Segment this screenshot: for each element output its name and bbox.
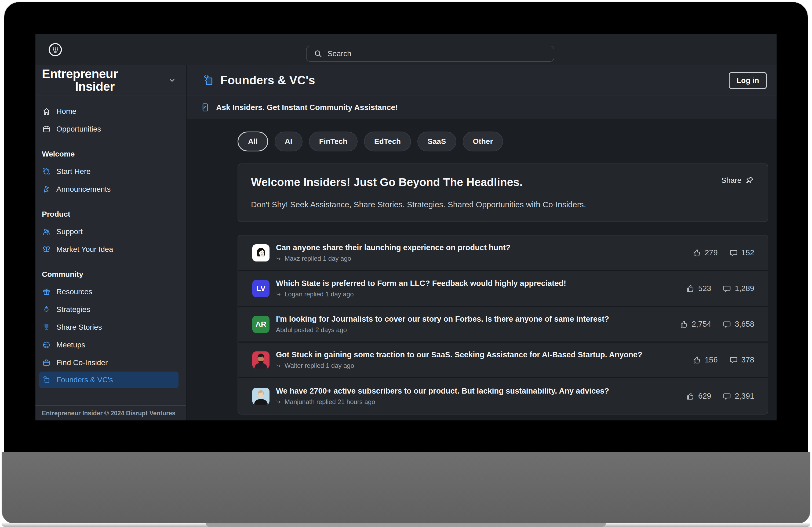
filter-pill-other[interactable]: Other [463, 131, 503, 152]
sidebar-item-label: Find Co-Insider [56, 358, 107, 367]
apps-menu-button[interactable] [47, 42, 63, 58]
post-meta-text: Maxz replied 1 day ago [285, 255, 351, 262]
people-icon [42, 227, 51, 236]
post-meta: Walter replied 1 day ago [276, 362, 642, 369]
post-title: Which State is preferred to Form an LLC?… [276, 279, 566, 288]
avatar: AR [252, 316, 270, 333]
app-window: Entrepreneur Insider [35, 34, 777, 421]
likes-count: 279 [705, 248, 717, 257]
sidebar-item-announcements[interactable]: Announcements [35, 181, 186, 198]
sidebar-item-home[interactable]: Home [35, 102, 186, 120]
post-row[interactable]: AR I'm looking for Journalists to cover … [238, 307, 768, 343]
post-title: Can anyone share their launching experie… [276, 243, 510, 252]
sidebar-item-founders-vcs[interactable]: Founders & VC's [39, 372, 178, 388]
likes-stat[interactable]: 629 [686, 392, 711, 401]
sidebar-item-start-here[interactable]: Start Here [35, 163, 186, 181]
sidebar-item-find-co-insider[interactable]: Find Co-Insider [35, 354, 186, 372]
sidebar-item-label: Home [56, 107, 76, 116]
welcome-subtitle: Don't Shy! Seek Assistance, Share Storie… [251, 200, 754, 209]
sidebar-item-strategies[interactable]: Strategies [35, 301, 186, 318]
pinned-note-icon [200, 102, 210, 113]
sidebar: Entrepreneur Insider [35, 65, 187, 421]
post-stats: 279 152 [692, 248, 768, 257]
reply-arrow-icon [276, 291, 282, 297]
flame-icon [42, 305, 51, 314]
sidebar-item-support[interactable]: Support [35, 223, 186, 241]
thumbs-up-icon [692, 355, 701, 365]
post-meta: Manjunath replied 21 hours ago [276, 398, 609, 405]
thumbs-up-icon [686, 392, 695, 401]
filter-pill-fintech[interactable]: FinTech [309, 131, 358, 152]
comments-stat[interactable]: 378 [729, 355, 754, 365]
post-title: I'm looking for Journalists to cover our… [276, 315, 609, 324]
comments-stat[interactable]: 2,391 [722, 392, 754, 401]
filter-pill-ai[interactable]: AI [275, 131, 303, 152]
brand-logo-line2: Insider [42, 80, 118, 93]
likes-count: 523 [698, 284, 711, 293]
post-meta: Maxz replied 1 day ago [276, 255, 510, 262]
sidebar-item-market-your-idea[interactable]: Market Your Idea [35, 241, 186, 258]
comments-count: 3,658 [735, 320, 754, 329]
post-title: Got Stuck in gaining some traction to ou… [276, 350, 642, 359]
flag-icon [42, 185, 51, 194]
trophy-icon [42, 323, 51, 332]
sidebar-header[interactable]: Entrepreneur Insider [35, 65, 186, 96]
page-title: Founders & VC's [220, 74, 315, 87]
home-icon [42, 107, 51, 116]
likes-stat[interactable]: 279 [692, 248, 717, 257]
gift-icon [42, 287, 51, 296]
code-tag-icon [42, 375, 51, 384]
likes-count: 629 [698, 392, 711, 401]
log-in-button[interactable]: Log in [729, 72, 767, 89]
likes-stat[interactable]: 156 [692, 355, 717, 365]
comments-stat[interactable]: 152 [729, 248, 754, 257]
apps-grid-icon [47, 42, 63, 57]
comments-count: 2,391 [735, 392, 754, 401]
sidebar-footer: Entrepreneur Insider © 2024 Disrupt Vent… [35, 405, 186, 421]
filter-pill-saas[interactable]: SaaS [417, 131, 456, 152]
sidebar-item-label: Support [56, 227, 83, 236]
comments-count: 1,289 [735, 284, 754, 293]
sidebar-item-label: Share Stories [56, 323, 102, 331]
share-label: Share [721, 176, 741, 185]
post-stats: 156 378 [692, 355, 768, 365]
code-tag-icon [202, 74, 215, 86]
avatar [252, 244, 270, 261]
thumbs-up-icon [692, 248, 701, 257]
comment-icon [722, 320, 731, 329]
briefcase-icon [42, 358, 51, 367]
comments-stat[interactable]: 3,658 [722, 320, 754, 329]
search-icon [314, 49, 323, 58]
reply-arrow-icon [276, 256, 282, 261]
likes-stat[interactable]: 523 [686, 284, 711, 293]
filter-pill-edtech[interactable]: EdTech [364, 131, 411, 152]
comments-count: 378 [741, 355, 754, 364]
filter-pill-all[interactable]: All [237, 131, 268, 152]
share-button[interactable]: Share [721, 176, 754, 185]
comments-stat[interactable]: 1,289 [722, 284, 754, 293]
search-bar[interactable] [306, 46, 554, 62]
post-row[interactable]: We have 2700+ active subscribers to our … [238, 378, 768, 414]
sidebar-item-share-stories[interactable]: Share Stories [35, 318, 186, 336]
sidebar-item-opportunities[interactable]: Opportunities [35, 120, 186, 138]
avatar: LV [252, 280, 270, 297]
sidebar-section-product: Product [42, 207, 186, 221]
community-banner[interactable]: Ask Insiders. Get Instant Community Assi… [187, 96, 777, 119]
filter-pills: All AI FinTech EdTech SaaS Other [237, 131, 768, 152]
butterfly-icon [42, 245, 51, 254]
sidebar-item-resources[interactable]: Resources [35, 283, 186, 301]
sidebar-item-meetups[interactable]: Meetups [35, 336, 186, 354]
search-input[interactable] [323, 49, 554, 58]
comment-icon [722, 284, 731, 293]
post-row[interactable]: LV Which State is preferred to Form an L… [238, 271, 768, 307]
post-row[interactable]: Can anyone share their launching experie… [238, 236, 768, 271]
thumbs-up-icon [679, 320, 688, 329]
main-area: Founders & VC's Log in Ask Insiders. Get… [187, 65, 777, 421]
likes-stat[interactable]: 2,754 [679, 320, 711, 329]
sidebar-item-label: Resources [56, 287, 92, 296]
banner-text: Ask Insiders. Get Instant Community Assi… [216, 103, 398, 112]
laptop-base [2, 452, 810, 524]
sidebar-nav: Home Opportunities Welcome [35, 96, 186, 405]
chevron-down-icon[interactable] [168, 76, 176, 85]
post-row[interactable]: Got Stuck in gaining some traction to ou… [238, 343, 768, 378]
